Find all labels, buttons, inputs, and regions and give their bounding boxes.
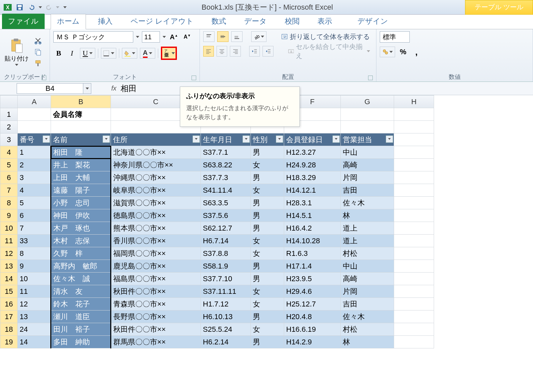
cell-A7[interactable]: 4 xyxy=(18,184,51,197)
cell-G14[interactable]: 高崎 xyxy=(341,273,394,285)
filter-button[interactable] xyxy=(386,135,393,143)
row-header-2[interactable]: 2 xyxy=(0,121,18,133)
font-color-button[interactable]: A xyxy=(140,48,155,59)
align-right-button[interactable] xyxy=(230,46,241,57)
cell-A6[interactable]: 3 xyxy=(18,171,51,184)
cell-A10[interactable]: 7 xyxy=(18,222,51,235)
cell-H8[interactable] xyxy=(394,197,434,209)
cell-H9[interactable] xyxy=(394,209,434,222)
cell-H10[interactable] xyxy=(394,222,434,235)
cell-C4[interactable]: 北海道〇〇市×× xyxy=(111,146,201,159)
column-header-A[interactable]: A xyxy=(18,96,51,108)
cell-G11[interactable]: 道上 xyxy=(341,235,394,247)
cell-G9[interactable]: 林 xyxy=(341,209,394,222)
cell-G8[interactable]: 佐々木 xyxy=(341,197,394,209)
decrease-indent-button[interactable] xyxy=(249,46,260,57)
row-header-11[interactable]: 11 xyxy=(0,235,18,247)
tab-page-layout[interactable]: ページ レイアウト xyxy=(125,14,200,29)
cell-H16[interactable] xyxy=(394,298,434,310)
accounting-format-button[interactable] xyxy=(380,47,395,57)
table-header-2[interactable]: 住所 xyxy=(111,133,201,146)
save-icon[interactable] xyxy=(15,2,25,12)
cell-B16[interactable]: 鈴木 花子 xyxy=(51,298,111,310)
cell-C18[interactable]: 秋田件〇〇市×× xyxy=(111,323,201,336)
cell-B10[interactable]: 木戸 琢也 xyxy=(51,222,111,235)
row-header-15[interactable]: 15 xyxy=(0,285,18,298)
cell-E15[interactable]: 女 xyxy=(251,285,284,298)
cell-E5[interactable]: 女 xyxy=(251,159,284,171)
cell-A9[interactable]: 6 xyxy=(18,209,51,222)
align-bottom-button[interactable] xyxy=(231,31,243,42)
cell-G16[interactable]: 吉田 xyxy=(341,298,394,310)
bold-button[interactable]: B xyxy=(53,48,64,59)
tab-review[interactable]: 校閲 xyxy=(279,14,305,29)
cell-E13[interactable]: 男 xyxy=(251,260,284,273)
cell-F10[interactable]: H16.4.2 xyxy=(284,222,341,235)
cell-C13[interactable]: 鹿児島〇〇市×× xyxy=(111,260,201,273)
cell-A13[interactable]: 9 xyxy=(18,260,51,273)
cell-E14[interactable]: 男 xyxy=(251,273,284,285)
cell-C8[interactable]: 滋賀県〇〇市×× xyxy=(111,197,201,209)
cell-D16[interactable]: H1.7.12 xyxy=(201,298,251,310)
borders-button[interactable] xyxy=(101,48,116,59)
cell-G12[interactable]: 村松 xyxy=(341,247,394,260)
cell-G2[interactable] xyxy=(341,121,394,133)
increase-indent-button[interactable] xyxy=(263,46,273,57)
cell-B9[interactable]: 神田 伊吹 xyxy=(51,209,111,222)
cell-G7[interactable]: 吉田 xyxy=(341,184,394,197)
fx-icon[interactable]: fx xyxy=(111,85,117,92)
merge-center-button[interactable]: aセルを結合して中央揃え xyxy=(285,46,373,57)
row-header-13[interactable]: 13 xyxy=(0,260,18,273)
wrap-text-button[interactable]: 折り返して全体を表示する xyxy=(278,31,372,42)
cell-F9[interactable]: H14.5.1 xyxy=(284,209,341,222)
row-header-3[interactable]: 3 xyxy=(0,133,18,146)
cell-H4[interactable] xyxy=(394,146,434,159)
row-header-5[interactable]: 5 xyxy=(0,159,18,171)
cell-D13[interactable]: S58.1.9 xyxy=(201,260,251,273)
cell-B2[interactable] xyxy=(51,121,111,133)
cell-D8[interactable]: S63.3.5 xyxy=(201,197,251,209)
cell-E17[interactable]: 男 xyxy=(251,310,284,323)
cell-B19[interactable]: 多田 紳助 xyxy=(51,336,111,348)
name-box[interactable]: B4 xyxy=(17,83,83,94)
cell-F11[interactable]: H14.10.28 xyxy=(284,235,341,247)
underline-button[interactable]: U xyxy=(80,48,95,59)
cell-D4[interactable]: S37.7.1 xyxy=(201,146,251,159)
cell-C17[interactable]: 長野県〇〇市×× xyxy=(111,310,201,323)
table-header-6[interactable]: 営業担当 xyxy=(341,133,394,146)
cell-F18[interactable]: H16.6.19 xyxy=(284,323,341,336)
cell-H15[interactable] xyxy=(394,285,434,298)
orientation-button[interactable]: ab xyxy=(251,31,266,42)
cell-D14[interactable]: S37.7.10 xyxy=(201,273,251,285)
row-header-14[interactable]: 14 xyxy=(0,273,18,285)
cell-B12[interactable]: 久野 梓 xyxy=(51,247,111,260)
row-header-18[interactable]: 18 xyxy=(0,323,18,336)
cell-F12[interactable]: R1.6.3 xyxy=(284,247,341,260)
cell-G5[interactable]: 高崎 xyxy=(341,159,394,171)
cell-A8[interactable]: 5 xyxy=(18,197,51,209)
cell-D10[interactable]: S62.12.7 xyxy=(201,222,251,235)
paste-button[interactable]: 貼り付け xyxy=(3,34,30,70)
cell-C7[interactable]: 岐阜県〇〇市×× xyxy=(111,184,201,197)
cell-E12[interactable]: 女 xyxy=(251,247,284,260)
tab-formulas[interactable]: 数式 xyxy=(206,14,232,29)
number-format-select[interactable]: 標準 xyxy=(380,31,410,43)
table-header-1[interactable]: 名前 xyxy=(51,133,111,146)
cell-A2[interactable] xyxy=(18,121,51,133)
cell-E11[interactable]: 女 xyxy=(251,235,284,247)
cell-E6[interactable]: 男 xyxy=(251,171,284,184)
cell-H12[interactable] xyxy=(394,247,434,260)
cell-G6[interactable]: 片岡 xyxy=(341,171,394,184)
row-header-8[interactable]: 8 xyxy=(0,197,18,209)
italic-button[interactable]: I xyxy=(67,48,77,59)
cell-G19[interactable]: 林 xyxy=(341,336,394,348)
tab-file[interactable]: ファイル xyxy=(2,14,45,29)
font-size-dropdown-icon[interactable] xyxy=(163,36,166,38)
redo-dropdown-icon[interactable] xyxy=(56,6,59,8)
tab-insert[interactable]: 挿入 xyxy=(92,14,119,29)
cell-A1[interactable] xyxy=(18,108,51,121)
cell-C14[interactable]: 福島県〇〇市×× xyxy=(111,273,201,285)
cell-E16[interactable]: 女 xyxy=(251,298,284,310)
cell-B11[interactable]: 木村 志保 xyxy=(51,235,111,247)
row-header-6[interactable]: 6 xyxy=(0,171,18,184)
